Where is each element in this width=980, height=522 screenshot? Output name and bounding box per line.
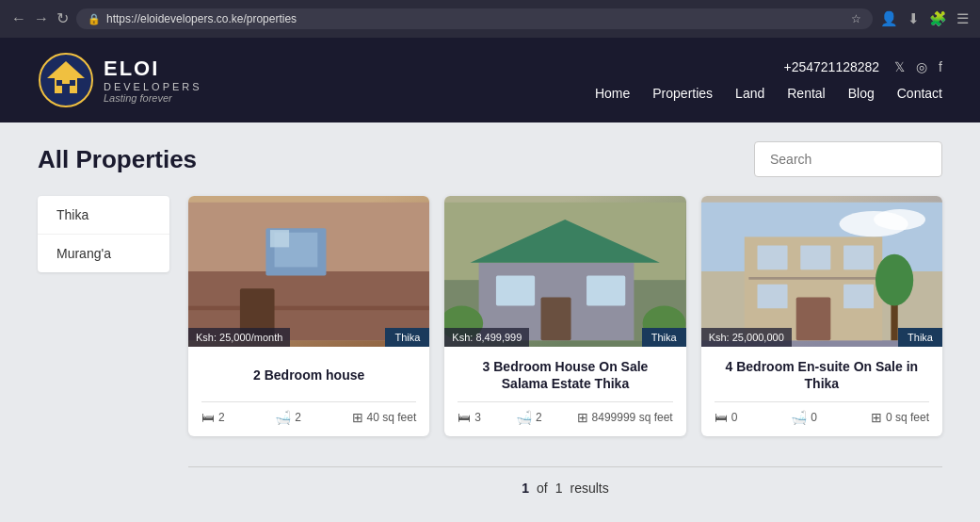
results-label: results: [570, 481, 609, 496]
baths-stat-1: 🛁 2: [275, 410, 301, 425]
page-content: All Properties Thika Murang'a: [0, 122, 980, 522]
nav-rental[interactable]: Rental: [787, 86, 825, 101]
pagination-separator: of: [537, 481, 548, 496]
browser-chrome: ← → ↻ 🔒 https://eloidevelopers.co.ke/pro…: [0, 0, 980, 38]
nav-properties[interactable]: Properties: [652, 86, 713, 101]
sqft-count-3: 0 sq feet: [886, 411, 929, 424]
svg-rect-4: [56, 80, 62, 86]
address-bar[interactable]: 🔒 https://eloidevelopers.co.ke/propertie…: [76, 8, 873, 29]
card-stats-2: 🛏 3 🛁 2 ⊞ 8499999 sq feet: [458, 410, 672, 425]
nav-home[interactable]: Home: [595, 86, 630, 101]
bath-icon-3: 🛁: [791, 410, 807, 425]
logo-area: ELOI DEVELOPERS Lasting forever: [38, 52, 202, 108]
total-pages: 1: [555, 481, 563, 496]
svg-rect-30: [757, 285, 787, 309]
card-divider-1: [201, 401, 416, 402]
baths-stat-2: 🛁 2: [516, 410, 542, 425]
sqft-count-1: 40 sq feet: [367, 411, 417, 424]
sqft-stat-3: ⊞ 0 sq feet: [871, 410, 929, 425]
svg-rect-32: [795, 297, 830, 340]
back-button[interactable]: ←: [11, 11, 26, 26]
twitter-icon[interactable]: 𝕏: [894, 59, 905, 74]
page-title: All Properties: [38, 145, 197, 174]
card-location-1: Thika: [385, 328, 429, 347]
sqft-stat-2: ⊞ 8499999 sq feet: [577, 410, 673, 425]
card-title-3: 4 Bedroom En-suite On Sale in Thika: [715, 358, 929, 392]
header-top-right: +254721128282 𝕏 ◎ f: [784, 59, 943, 74]
sqft-stat-1: ⊞ 40 sq feet: [352, 410, 417, 425]
profile-icon[interactable]: 👤: [880, 10, 898, 27]
beds-count-1: 2: [218, 411, 225, 424]
card-body-3: 4 Bedroom En-suite On Sale in Thika 🛏 0 …: [701, 347, 942, 436]
phone-number: +254721128282: [784, 59, 880, 74]
beds-stat-1: 🛏 2: [201, 410, 225, 425]
menu-icon[interactable]: ☰: [956, 10, 969, 27]
property-card-3: Ksh: 25,000,000 Thika 4 Bedroom En-suite…: [701, 196, 942, 436]
card-price-2: Ksh: 8,499,999: [444, 328, 529, 347]
logo-developers: DEVELOPERS: [104, 81, 202, 92]
svg-rect-18: [586, 276, 625, 306]
nav-land[interactable]: Land: [735, 86, 764, 101]
nav-menu: Home Properties Land Rental Blog Contact: [595, 86, 942, 101]
card-title-2: 3 Bedroom House On Sale Salama Estate Th…: [458, 358, 672, 392]
beds-count-2: 3: [474, 411, 481, 424]
house-photo-2: [444, 196, 685, 347]
card-body-1: 2 Bedroom house 🛏 2 🛁 2: [188, 347, 429, 436]
logo-tagline: Lasting forever: [104, 92, 202, 104]
card-image-2: Ksh: 8,499,999 Thika: [444, 196, 685, 347]
bath-icon-2: 🛁: [516, 410, 532, 425]
nav-blog[interactable]: Blog: [848, 86, 875, 101]
header-right: +254721128282 𝕏 ◎ f Home Properties Land…: [595, 59, 942, 101]
sidebar-item-thika[interactable]: Thika: [38, 196, 169, 235]
baths-count-3: 0: [811, 411, 817, 424]
card-price-3: Ksh: 25,000,000: [701, 328, 792, 347]
beds-stat-3: 🛏 0: [715, 410, 738, 425]
svg-rect-3: [62, 84, 70, 93]
pagination-row: 1 of 1 results: [188, 466, 942, 496]
sidebar-item-muranga[interactable]: Murang'a: [38, 235, 169, 272]
lock-icon: 🔒: [88, 13, 101, 25]
baths-count-2: 2: [536, 411, 542, 424]
card-divider-2: [458, 401, 672, 402]
card-image-1: Ksh: 25,000/month Thika: [188, 196, 429, 347]
refresh-button[interactable]: ↻: [56, 11, 69, 26]
site-header: ELOI DEVELOPERS Lasting forever +2547211…: [0, 38, 980, 122]
svg-rect-19: [541, 297, 571, 340]
bed-icon-3: 🛏: [715, 410, 728, 425]
svg-point-25: [874, 209, 925, 230]
beds-count-3: 0: [731, 411, 738, 424]
house-photo-3: [701, 196, 942, 347]
social-icons: 𝕏 ◎ f: [894, 59, 942, 74]
logo-eloi: ELOI: [104, 57, 202, 81]
properties-grid: Ksh: 25,000/month Thika 2 Bedroom house …: [188, 196, 942, 496]
instagram-icon[interactable]: ◎: [916, 59, 927, 74]
search-input[interactable]: [754, 141, 942, 177]
sidebar: Thika Murang'a: [38, 196, 169, 272]
house-photo-1: [188, 196, 429, 347]
logo-icon: [38, 52, 94, 108]
extension-icon[interactable]: 🧩: [929, 10, 947, 27]
logo-text: ELOI DEVELOPERS Lasting forever: [104, 57, 202, 104]
svg-rect-5: [70, 80, 75, 86]
svg-rect-27: [757, 246, 787, 270]
property-card: Ksh: 25,000/month Thika 2 Bedroom house …: [188, 196, 429, 436]
bath-icon-1: 🛁: [275, 410, 291, 425]
card-title-1: 2 Bedroom house: [201, 358, 416, 392]
facebook-icon[interactable]: f: [939, 59, 942, 74]
svg-rect-17: [496, 276, 535, 306]
svg-rect-10: [188, 306, 429, 311]
browser-actions: 👤 ⬇ 🧩 ☰: [880, 10, 969, 27]
card-stats-1: 🛏 2 🛁 2 ⊞ 40 sq feet: [201, 410, 416, 425]
card-stats-3: 🛏 0 🛁 0 ⊞ 0 sq feet: [715, 410, 929, 425]
property-card-2: Ksh: 8,499,999 Thika 3 Bedroom House On …: [444, 196, 685, 436]
forward-button[interactable]: →: [34, 11, 49, 26]
card-location-2: Thika: [642, 328, 686, 347]
nav-contact[interactable]: Contact: [897, 86, 942, 101]
download-icon[interactable]: ⬇: [908, 10, 920, 27]
url-text: https://eloidevelopers.co.ke/properties: [106, 12, 845, 25]
bookmark-icon: ☆: [851, 12, 861, 25]
main-layout: Thika Murang'a: [38, 196, 942, 496]
card-divider-3: [715, 401, 929, 402]
card-image-3: Ksh: 25,000,000 Thika: [701, 196, 942, 347]
cards-row: Ksh: 25,000/month Thika 2 Bedroom house …: [188, 196, 942, 436]
